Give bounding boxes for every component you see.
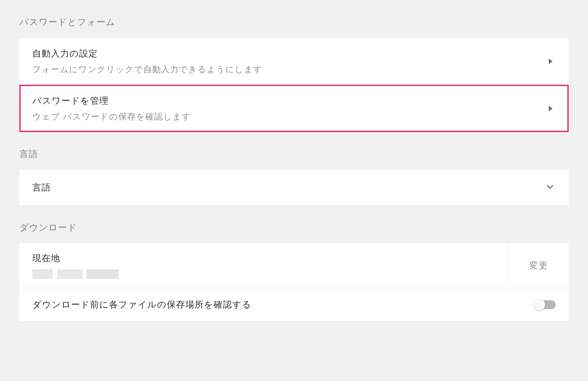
manage-passwords-row[interactable]: パスワードを管理 ウェブ パスワードの保存を確認します [19, 85, 569, 132]
manage-passwords-text: パスワードを管理 ウェブ パスワードの保存を確認します [32, 95, 191, 122]
language-title: 言語 [32, 182, 51, 194]
chevron-right-icon [549, 106, 552, 111]
autofill-text: 自動入力の設定 フォームにワンクリックで自動入力できるようにします [32, 48, 262, 75]
language-expand-row[interactable]: 言語 [19, 170, 569, 205]
download-location-left: 現在地 [19, 243, 508, 288]
ask-before-download-title: ダウンロード前に各ファイルの保存場所を確認する [32, 299, 252, 311]
chevron-down-icon [544, 181, 556, 194]
manage-passwords-title: パスワードを管理 [32, 95, 191, 107]
section-header-language: 言語 [19, 148, 569, 160]
download-location-path-redacted [32, 269, 129, 279]
ask-before-download-row: ダウンロード前に各ファイルの保存場所を確認する [19, 288, 569, 321]
change-location-button[interactable]: 変更 [508, 243, 569, 288]
autofill-settings-row[interactable]: 自動入力の設定 フォームにワンクリックで自動入力できるようにします [19, 38, 569, 85]
language-card: 言語 [19, 170, 569, 205]
manage-passwords-subtitle: ウェブ パスワードの保存を確認します [32, 111, 191, 122]
download-location-title: 現在地 [32, 252, 495, 264]
download-card: 現在地 変更 ダウンロード前に各ファイルの保存場所を確認する [19, 243, 569, 321]
ask-before-download-toggle[interactable] [535, 300, 556, 309]
autofill-subtitle: フォームにワンクリックで自動入力できるようにします [32, 64, 262, 75]
chevron-right-icon [549, 59, 552, 64]
section-header-download: ダウンロード [19, 222, 569, 234]
passwords-card: 自動入力の設定 フォームにワンクリックで自動入力できるようにします パスワードを… [19, 38, 569, 132]
toggle-knob [534, 299, 545, 310]
autofill-title: 自動入力の設定 [32, 48, 262, 60]
download-location-row: 現在地 変更 [19, 243, 569, 288]
section-header-passwords: パスワードとフォーム [19, 16, 569, 28]
